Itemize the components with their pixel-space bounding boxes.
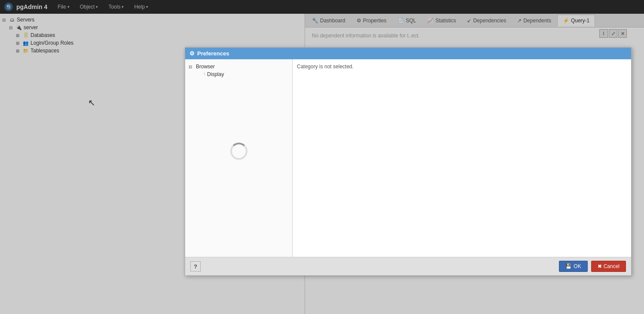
footer-buttons: 💾 OK ✖ Cancel	[559, 261, 626, 272]
dialog-body: ⊟ Browser └ Display Category is not sele…	[185, 59, 631, 257]
dialog-right-panel: Category is not selected.	[293, 59, 631, 257]
display-tree-label: Display	[207, 71, 224, 77]
browser-tree-expand-icon: ⊟	[189, 64, 195, 69]
preferences-title-icon: ⚙	[189, 50, 195, 57]
display-tree-expand-icon	[195, 72, 201, 77]
loading-spinner	[230, 143, 247, 160]
ok-button[interactable]: 💾 OK	[559, 261, 587, 272]
cancel-button[interactable]: ✖ Cancel	[591, 261, 626, 272]
help-button[interactable]: ?	[190, 261, 201, 271]
dialog-left-panel: ⊟ Browser └ Display	[185, 59, 293, 257]
loading-area	[187, 143, 290, 160]
browser-tree-label: Browser	[196, 64, 215, 70]
dialog-header: ⚙ Preferences	[185, 48, 631, 59]
ok-icon: 💾	[565, 263, 572, 269]
display-tree-pipe-icon: └	[203, 72, 206, 77]
preferences-title: Preferences	[197, 50, 627, 57]
dialog-footer: ? 💾 OK ✖ Cancel	[185, 257, 631, 275]
cancel-icon: ✖	[598, 263, 602, 269]
preferences-dialog: ⚙ Preferences ⊟ Browser └ Display	[185, 47, 632, 276]
dialog-tree-browser[interactable]: ⊟ Browser	[187, 63, 290, 70]
preferences-overlay: ⚙ Preferences ⊟ Browser └ Display	[0, 0, 644, 314]
dialog-tree-display[interactable]: └ Display	[194, 70, 290, 78]
category-not-selected-text: Category is not selected.	[297, 64, 354, 70]
